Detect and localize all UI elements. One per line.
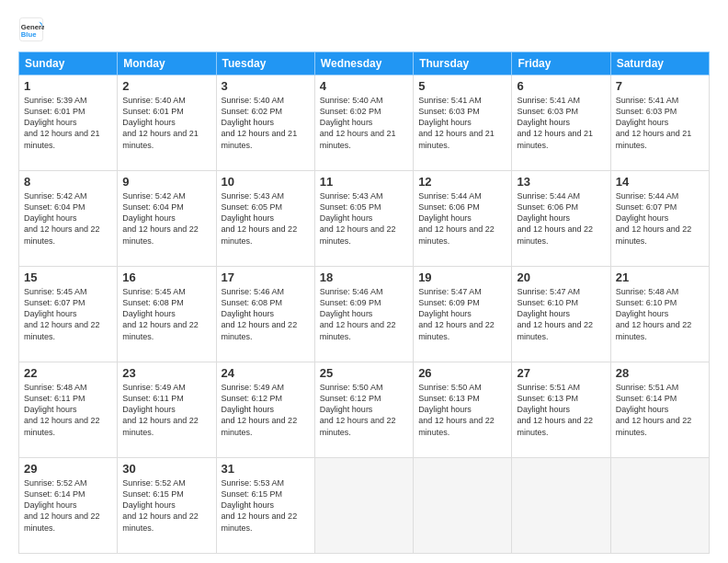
svg-text:Blue: Blue <box>21 30 37 39</box>
cell-sunrise: Sunrise: 5:51 AMSunset: 6:13 PMDaylight … <box>517 383 593 437</box>
calendar-cell: 25Sunrise: 5:50 AMSunset: 6:12 PMDayligh… <box>314 362 413 458</box>
calendar-cell: 15Sunrise: 5:45 AMSunset: 6:07 PMDayligh… <box>19 267 118 362</box>
day-number: 2 <box>122 79 210 93</box>
calendar-week-3: 15Sunrise: 5:45 AMSunset: 6:07 PMDayligh… <box>19 267 710 362</box>
cell-sunrise: Sunrise: 5:47 AMSunset: 6:09 PMDaylight … <box>418 287 495 341</box>
calendar-cell: 17Sunrise: 5:46 AMSunset: 6:08 PMDayligh… <box>216 267 314 362</box>
day-number: 13 <box>517 175 605 189</box>
day-header-tuesday: Tuesday <box>216 52 314 75</box>
day-number: 11 <box>320 175 408 189</box>
calendar-cell: 7Sunrise: 5:41 AMSunset: 6:03 PMDaylight… <box>610 75 709 171</box>
cell-sunrise: Sunrise: 5:46 AMSunset: 6:09 PMDaylight … <box>320 287 396 341</box>
header: General Blue <box>18 17 710 42</box>
cell-sunrise: Sunrise: 5:48 AMSunset: 6:10 PMDaylight … <box>616 287 692 341</box>
cell-sunrise: Sunrise: 5:42 AMSunset: 6:04 PMDaylight … <box>122 191 199 246</box>
page: General Blue SundayMondayTuesdayWednesda… <box>0 0 728 563</box>
day-header-monday: Monday <box>118 52 216 75</box>
calendar-week-4: 22Sunrise: 5:48 AMSunset: 6:11 PMDayligh… <box>19 362 710 458</box>
calendar-week-5: 29Sunrise: 5:52 AMSunset: 6:14 PMDayligh… <box>19 458 710 554</box>
calendar-cell: 21Sunrise: 5:48 AMSunset: 6:10 PMDayligh… <box>610 267 709 362</box>
cell-sunrise: Sunrise: 5:51 AMSunset: 6:14 PMDaylight … <box>616 383 692 437</box>
calendar-cell: 3Sunrise: 5:40 AMSunset: 6:02 PMDaylight… <box>216 75 314 171</box>
calendar-cell <box>414 458 512 554</box>
cell-sunrise: Sunrise: 5:49 AMSunset: 6:11 PMDaylight … <box>122 383 199 437</box>
calendar-cell: 26Sunrise: 5:50 AMSunset: 6:13 PMDayligh… <box>414 362 512 458</box>
calendar-cell: 29Sunrise: 5:52 AMSunset: 6:14 PMDayligh… <box>19 458 118 554</box>
calendar-table: SundayMondayTuesdayWednesdayThursdayFrid… <box>18 52 710 554</box>
day-number: 19 <box>418 270 506 284</box>
cell-sunrise: Sunrise: 5:41 AMSunset: 6:03 PMDaylight … <box>517 96 593 150</box>
day-header-sunday: Sunday <box>19 52 118 75</box>
day-number: 21 <box>616 270 704 284</box>
cell-sunrise: Sunrise: 5:50 AMSunset: 6:13 PMDaylight … <box>418 383 495 437</box>
cell-sunrise: Sunrise: 5:44 AMSunset: 6:06 PMDaylight … <box>517 191 593 246</box>
calendar-cell: 31Sunrise: 5:53 AMSunset: 6:15 PMDayligh… <box>216 458 314 554</box>
cell-sunrise: Sunrise: 5:52 AMSunset: 6:15 PMDaylight … <box>122 478 199 533</box>
calendar-cell: 22Sunrise: 5:48 AMSunset: 6:11 PMDayligh… <box>19 362 118 458</box>
cell-sunrise: Sunrise: 5:44 AMSunset: 6:07 PMDaylight … <box>616 191 692 246</box>
day-number: 29 <box>24 462 112 476</box>
calendar-cell: 18Sunrise: 5:46 AMSunset: 6:09 PMDayligh… <box>314 267 413 362</box>
calendar-cell: 24Sunrise: 5:49 AMSunset: 6:12 PMDayligh… <box>216 362 314 458</box>
cell-sunrise: Sunrise: 5:49 AMSunset: 6:12 PMDaylight … <box>222 383 298 437</box>
day-number: 27 <box>517 366 605 380</box>
calendar-cell <box>314 458 413 554</box>
cell-sunrise: Sunrise: 5:40 AMSunset: 6:02 PMDaylight … <box>222 96 298 150</box>
calendar-cell: 4Sunrise: 5:40 AMSunset: 6:02 PMDaylight… <box>314 75 413 171</box>
cell-sunrise: Sunrise: 5:53 AMSunset: 6:15 PMDaylight … <box>222 478 298 533</box>
calendar-cell: 8Sunrise: 5:42 AMSunset: 6:04 PMDaylight… <box>19 171 118 267</box>
day-number: 31 <box>222 462 310 476</box>
day-number: 25 <box>320 366 408 380</box>
day-number: 15 <box>24 270 112 284</box>
calendar-week-2: 8Sunrise: 5:42 AMSunset: 6:04 PMDaylight… <box>19 171 710 267</box>
day-header-saturday: Saturday <box>610 52 709 75</box>
calendar-cell: 13Sunrise: 5:44 AMSunset: 6:06 PMDayligh… <box>512 171 610 267</box>
logo: General Blue <box>18 17 48 42</box>
day-number: 6 <box>517 79 605 93</box>
cell-sunrise: Sunrise: 5:43 AMSunset: 6:05 PMDaylight … <box>320 191 396 246</box>
cell-sunrise: Sunrise: 5:48 AMSunset: 6:11 PMDaylight … <box>24 383 100 437</box>
calendar-cell <box>610 458 709 554</box>
cell-sunrise: Sunrise: 5:40 AMSunset: 6:01 PMDaylight … <box>122 96 199 150</box>
day-header-thursday: Thursday <box>414 52 512 75</box>
day-number: 22 <box>24 366 112 380</box>
cell-sunrise: Sunrise: 5:46 AMSunset: 6:08 PMDaylight … <box>222 287 298 341</box>
day-number: 10 <box>222 175 310 189</box>
cell-sunrise: Sunrise: 5:41 AMSunset: 6:03 PMDaylight … <box>418 96 495 150</box>
day-number: 20 <box>517 270 605 284</box>
day-number: 4 <box>320 79 408 93</box>
day-header-wednesday: Wednesday <box>314 52 413 75</box>
calendar-cell: 14Sunrise: 5:44 AMSunset: 6:07 PMDayligh… <box>610 171 709 267</box>
cell-sunrise: Sunrise: 5:43 AMSunset: 6:05 PMDaylight … <box>222 191 298 246</box>
calendar-cell: 20Sunrise: 5:47 AMSunset: 6:10 PMDayligh… <box>512 267 610 362</box>
cell-sunrise: Sunrise: 5:45 AMSunset: 6:08 PMDaylight … <box>122 287 199 341</box>
calendar-cell: 11Sunrise: 5:43 AMSunset: 6:05 PMDayligh… <box>314 171 413 267</box>
cell-sunrise: Sunrise: 5:50 AMSunset: 6:12 PMDaylight … <box>320 383 396 437</box>
cell-sunrise: Sunrise: 5:47 AMSunset: 6:10 PMDaylight … <box>517 287 593 341</box>
calendar-cell: 6Sunrise: 5:41 AMSunset: 6:03 PMDaylight… <box>512 75 610 171</box>
calendar-cell: 27Sunrise: 5:51 AMSunset: 6:13 PMDayligh… <box>512 362 610 458</box>
calendar-cell: 2Sunrise: 5:40 AMSunset: 6:01 PMDaylight… <box>118 75 216 171</box>
day-number: 8 <box>24 175 112 189</box>
calendar-cell: 5Sunrise: 5:41 AMSunset: 6:03 PMDaylight… <box>414 75 512 171</box>
cell-sunrise: Sunrise: 5:44 AMSunset: 6:06 PMDaylight … <box>418 191 495 246</box>
day-number: 14 <box>616 175 704 189</box>
calendar-cell: 28Sunrise: 5:51 AMSunset: 6:14 PMDayligh… <box>610 362 709 458</box>
cell-sunrise: Sunrise: 5:45 AMSunset: 6:07 PMDaylight … <box>24 287 100 341</box>
day-number: 26 <box>418 366 506 380</box>
day-number: 23 <box>122 366 210 380</box>
calendar-cell: 1Sunrise: 5:39 AMSunset: 6:01 PMDaylight… <box>19 75 118 171</box>
day-number: 5 <box>418 79 506 93</box>
calendar-cell <box>512 458 610 554</box>
calendar-cell: 23Sunrise: 5:49 AMSunset: 6:11 PMDayligh… <box>118 362 216 458</box>
day-number: 28 <box>616 366 704 380</box>
calendar-cell: 16Sunrise: 5:45 AMSunset: 6:08 PMDayligh… <box>118 267 216 362</box>
day-number: 17 <box>222 270 310 284</box>
day-header-friday: Friday <box>512 52 610 75</box>
day-number: 12 <box>418 175 506 189</box>
calendar-header-row: SundayMondayTuesdayWednesdayThursdayFrid… <box>19 52 710 75</box>
cell-sunrise: Sunrise: 5:41 AMSunset: 6:03 PMDaylight … <box>616 96 692 150</box>
day-number: 30 <box>122 462 210 476</box>
day-number: 24 <box>222 366 310 380</box>
day-number: 9 <box>122 175 210 189</box>
